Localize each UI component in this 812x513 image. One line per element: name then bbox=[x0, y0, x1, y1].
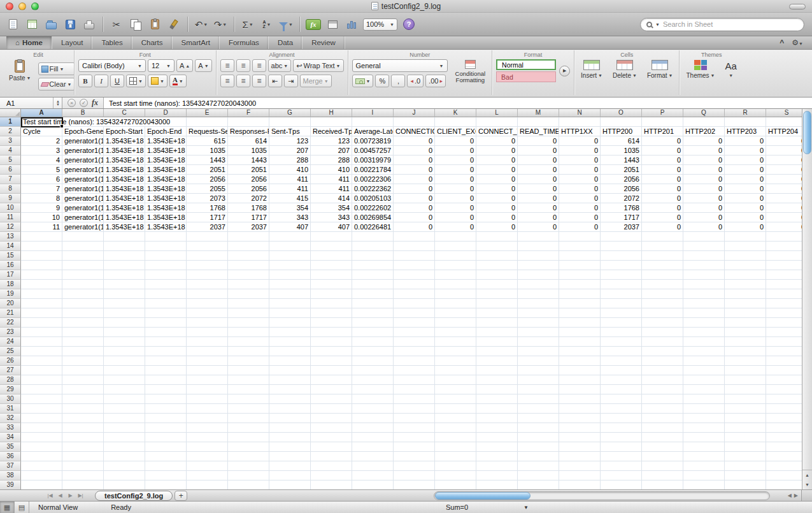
cell-K32[interactable] bbox=[435, 414, 476, 423]
cell-B31[interactable] bbox=[62, 404, 104, 414]
column-header-D[interactable]: D bbox=[145, 109, 187, 117]
column-header-A[interactable]: A bbox=[21, 109, 62, 117]
cell-Q31[interactable] bbox=[683, 404, 725, 414]
cell-C11[interactable]: 1.3543E+18 bbox=[104, 213, 145, 222]
cell-J13[interactable] bbox=[394, 232, 435, 242]
cell-C3[interactable]: 1.3543E+18 bbox=[104, 136, 145, 146]
cell-C23[interactable] bbox=[104, 328, 145, 337]
cell-O33[interactable] bbox=[601, 423, 642, 433]
cell-Q38[interactable] bbox=[683, 471, 725, 480]
cell-F4[interactable]: 1035 bbox=[228, 146, 269, 155]
cell-I24[interactable] bbox=[352, 337, 394, 347]
row-header-36[interactable]: 36 bbox=[0, 452, 21, 461]
cell-D31[interactable] bbox=[145, 404, 187, 414]
row-header-29[interactable]: 29 bbox=[0, 385, 21, 394]
cell-A20[interactable] bbox=[21, 299, 62, 308]
cell-N19[interactable] bbox=[559, 289, 601, 299]
cell-R6[interactable]: 0 bbox=[725, 165, 766, 175]
cell-G20[interactable] bbox=[269, 299, 311, 308]
tab-formulas[interactable]: Formulas bbox=[220, 36, 269, 49]
insert-function-button[interactable]: fx bbox=[92, 98, 98, 108]
cell-N9[interactable]: 0 bbox=[559, 194, 601, 203]
cell-O22[interactable] bbox=[601, 318, 642, 328]
cell-J28[interactable] bbox=[394, 375, 435, 385]
cell-M8[interactable]: 0 bbox=[518, 184, 559, 194]
cell-O35[interactable] bbox=[601, 442, 642, 452]
cell-R14[interactable] bbox=[725, 242, 766, 251]
cell-P28[interactable] bbox=[642, 375, 683, 385]
cell-O29[interactable] bbox=[601, 385, 642, 394]
cell-J5[interactable]: 0 bbox=[394, 155, 435, 165]
cell-B7[interactable]: generator1(1 bbox=[62, 175, 104, 184]
cell-O7[interactable]: 2056 bbox=[601, 175, 642, 184]
cell-P20[interactable] bbox=[642, 299, 683, 308]
cell-S32[interactable] bbox=[766, 414, 802, 423]
cell-O18[interactable] bbox=[601, 280, 642, 289]
cell-C7[interactable]: 1.3543E+18 bbox=[104, 175, 145, 184]
cell-R19[interactable] bbox=[725, 289, 766, 299]
cell-S34[interactable] bbox=[766, 433, 802, 442]
cell-H31[interactable] bbox=[311, 404, 352, 414]
cell-B24[interactable] bbox=[62, 337, 104, 347]
cell-H8[interactable]: 411 bbox=[311, 184, 352, 194]
cell-N35[interactable] bbox=[559, 442, 601, 452]
row-header-39[interactable]: 39 bbox=[0, 480, 21, 489]
cell-A12[interactable]: 11 bbox=[21, 222, 62, 232]
cell-H29[interactable] bbox=[311, 385, 352, 394]
sum-function-dropdown[interactable]: ▼ bbox=[524, 505, 529, 510]
cell-A8[interactable]: 7 bbox=[21, 184, 62, 194]
cell-H10[interactable]: 354 bbox=[311, 203, 352, 213]
cell-F26[interactable] bbox=[228, 356, 269, 366]
cell-A25[interactable] bbox=[21, 347, 62, 356]
cell-A4[interactable]: 3 bbox=[21, 146, 62, 155]
cell-I11[interactable]: 0.00269854 bbox=[352, 213, 394, 222]
cell-I25[interactable] bbox=[352, 347, 394, 356]
toolbar-toggle-button[interactable] bbox=[789, 4, 806, 10]
cell-P25[interactable] bbox=[642, 347, 683, 356]
cell-L24[interactable] bbox=[476, 337, 518, 347]
cell-L29[interactable] bbox=[476, 385, 518, 394]
cell-D5[interactable]: 1.3543E+18 bbox=[145, 155, 187, 165]
cell-C33[interactable] bbox=[104, 423, 145, 433]
cell-D22[interactable] bbox=[145, 318, 187, 328]
save-button[interactable] bbox=[62, 15, 78, 33]
style-bad[interactable]: Bad bbox=[496, 71, 556, 82]
cell-D17[interactable] bbox=[145, 270, 187, 280]
cell-R4[interactable]: 0 bbox=[725, 146, 766, 155]
cell-F10[interactable]: 1768 bbox=[228, 203, 269, 213]
cell-G36[interactable] bbox=[269, 452, 311, 461]
insert-cells-button[interactable]: Insert▼ bbox=[578, 59, 605, 80]
cell-L10[interactable]: 0 bbox=[476, 203, 518, 213]
cell-I35[interactable] bbox=[352, 442, 394, 452]
cell-O17[interactable] bbox=[601, 270, 642, 280]
cell-I14[interactable] bbox=[352, 242, 394, 251]
cell-A13[interactable] bbox=[21, 232, 62, 242]
cell-I36[interactable] bbox=[352, 452, 394, 461]
cell-R1[interactable] bbox=[725, 117, 766, 127]
column-header-Q[interactable]: Q bbox=[683, 109, 725, 117]
cell-P39[interactable] bbox=[642, 480, 683, 489]
cell-Q30[interactable] bbox=[683, 394, 725, 404]
cell-A6[interactable]: 5 bbox=[21, 165, 62, 175]
scroll-down-arrow[interactable]: ▼ bbox=[802, 480, 812, 489]
cell-M9[interactable]: 0 bbox=[518, 194, 559, 203]
cell-S36[interactable] bbox=[766, 452, 802, 461]
cell-G10[interactable]: 354 bbox=[269, 203, 311, 213]
cell-Q27[interactable] bbox=[683, 366, 725, 375]
cell-A26[interactable] bbox=[21, 356, 62, 366]
cell-P36[interactable] bbox=[642, 452, 683, 461]
fill-button[interactable]: Fill▼ bbox=[38, 62, 75, 75]
cell-S37[interactable] bbox=[766, 461, 802, 471]
cell-J6[interactable]: 0 bbox=[394, 165, 435, 175]
cell-R31[interactable] bbox=[725, 404, 766, 414]
cell-C8[interactable]: 1.3543E+18 bbox=[104, 184, 145, 194]
cell-N12[interactable]: 0 bbox=[559, 222, 601, 232]
row-header-5[interactable]: 5 bbox=[0, 155, 21, 165]
cell-B27[interactable] bbox=[62, 366, 104, 375]
cell-E37[interactable] bbox=[187, 461, 228, 471]
format-painter-button[interactable] bbox=[166, 15, 182, 33]
cell-I23[interactable] bbox=[352, 328, 394, 337]
cell-E18[interactable] bbox=[187, 280, 228, 289]
row-header-31[interactable]: 31 bbox=[0, 404, 21, 414]
cell-D27[interactable] bbox=[145, 366, 187, 375]
